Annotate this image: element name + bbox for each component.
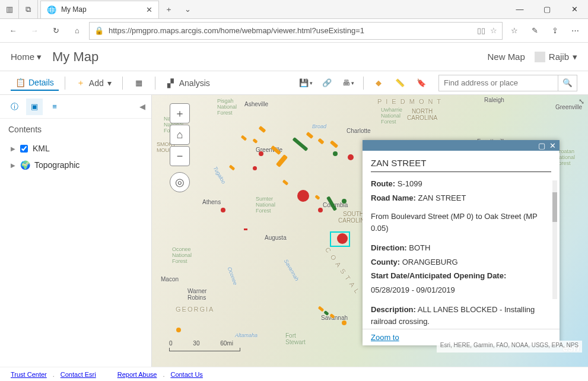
map-marker[interactable] — [253, 166, 257, 170]
new-map-link[interactable]: New Map — [487, 52, 525, 62]
map-marker[interactable] — [244, 228, 247, 230]
map-label-state: NORTH CAROLINA — [407, 108, 437, 121]
save-icon: 💾 — [299, 78, 309, 87]
collapse-sidebar-icon[interactable]: ◀ — [139, 102, 145, 111]
layers-icon: ▣ — [31, 102, 38, 111]
sidebar-tab-content[interactable]: ▣ — [26, 99, 43, 115]
nav-forward-button[interactable]: → — [25, 21, 44, 40]
popup-title: ZAN STREET — [371, 158, 551, 172]
url-box[interactable]: 🔒 ▯▯ ☆ — [89, 22, 503, 40]
favorites-hub-icon[interactable]: ☆ — [505, 21, 524, 40]
map-marker[interactable] — [348, 154, 354, 160]
popup-scrollbar[interactable] — [552, 180, 557, 299]
lock-icon: 🔒 — [94, 26, 104, 35]
chevron-down-icon: ▾ — [310, 80, 313, 86]
map-marker[interactable] — [176, 328, 181, 332]
save-button[interactable]: 💾▾ — [295, 75, 316, 91]
sidebar-tab-about[interactable]: ⓘ — [6, 99, 23, 115]
notes-icon[interactable]: ✎ — [525, 21, 544, 40]
map-marker[interactable] — [221, 208, 225, 212]
url-input[interactable] — [109, 26, 472, 35]
footer-report-abuse[interactable]: Report Abuse — [117, 371, 157, 378]
browser-tab[interactable]: 🌐 My Map ✕ — [40, 1, 159, 18]
more-icon[interactable]: ⋯ — [565, 21, 584, 40]
map-river-label: Broad — [312, 123, 326, 129]
close-window-button[interactable]: ✕ — [561, 0, 588, 19]
map-city-label: Athens — [202, 199, 221, 205]
zoom-out-button[interactable]: − — [170, 146, 190, 166]
new-tab-button[interactable]: ＋ — [159, 4, 178, 15]
sidebar-tab-legend[interactable]: ≡ — [46, 99, 63, 115]
popup-maximize-icon[interactable]: ▢ — [537, 141, 546, 150]
search-icon: 🔍 — [562, 78, 573, 87]
share-button[interactable]: 🔗 — [317, 75, 337, 91]
add-icon: ＋ — [76, 78, 85, 88]
measure-icon: 📏 — [395, 78, 405, 87]
sidebar-item-topographic[interactable]: ▶ 🌍 Topographic — [0, 157, 151, 173]
separator — [155, 77, 155, 90]
details-label: Details — [28, 78, 54, 87]
footer-contact-us[interactable]: Contact Us — [170, 371, 202, 378]
reading-view-icon[interactable]: ▯▯ — [477, 26, 485, 35]
footer-contact-esri[interactable]: Contact Esri — [61, 371, 96, 378]
sidebar-item-kml[interactable]: ▶ KML — [0, 140, 151, 157]
home-button[interactable]: ⌂ — [68, 21, 87, 40]
add-button[interactable]: ＋ Add ▾ — [71, 76, 116, 90]
selection-highlight — [330, 231, 350, 247]
header-home-link[interactable]: Home ▾ — [11, 52, 42, 62]
directions-button[interactable]: ◆ — [368, 75, 389, 91]
add-label: Add — [89, 78, 104, 88]
window-controls: — ▢ ✕ — [506, 0, 588, 19]
locate-button[interactable]: ◎ — [170, 172, 190, 192]
browser-address-bar: ← → ↻ ⌂ 🔒 ▯▯ ☆ ☆ ✎ ⇪ ⋯ — [0, 19, 588, 43]
minimize-button[interactable]: — — [506, 0, 533, 19]
zoom-in-button[interactable]: ＋ — [170, 103, 190, 123]
map-canvas[interactable]: ⤡ P I E D M O N T NORTH CAROLINA SOUTH C… — [152, 95, 588, 367]
map-marker[interactable] — [333, 151, 338, 156]
default-extent-button[interactable]: ⌂ — [170, 125, 190, 145]
map-marker[interactable] — [259, 151, 263, 156]
footer-trust-center[interactable]: Trust Center — [11, 371, 47, 378]
expand-triangle-icon[interactable]: ▶ — [11, 145, 15, 152]
share-icon[interactable]: ⇪ — [545, 21, 564, 40]
map-marker[interactable] — [342, 199, 347, 204]
refresh-button[interactable]: ↻ — [46, 21, 65, 40]
set-aside-tabs-icon[interactable]: ⧉ — [19, 0, 38, 19]
scrollbar-thumb[interactable] — [552, 192, 557, 222]
basemap-button[interactable]: ▦ — [129, 75, 149, 91]
page-title: My Map — [52, 49, 98, 65]
expand-triangle-icon[interactable]: ▶ — [11, 162, 15, 169]
user-name: Rajib — [549, 52, 569, 62]
zoom-to-link[interactable]: Zoom to — [371, 333, 399, 342]
nav-back-button[interactable]: ← — [4, 21, 23, 40]
layer-checkbox[interactable] — [20, 145, 28, 153]
app-header: Home ▾ My Map New Map Rajib ▾ — [0, 43, 588, 71]
measure-button[interactable]: 📏 — [390, 75, 410, 91]
analysis-button[interactable]: ▞ Analysis — [161, 76, 215, 90]
tab-close-icon[interactable]: ✕ — [146, 5, 152, 14]
map-marker[interactable] — [342, 320, 347, 325]
tab-details[interactable]: 📋 Details — [11, 75, 59, 91]
print-icon: 🖶 — [342, 78, 350, 87]
popup-field-direction: Direction: BOTH — [371, 242, 551, 254]
analysis-icon: ▞ — [166, 78, 176, 88]
popup-close-icon[interactable]: ✕ — [548, 141, 557, 150]
maximize-button[interactable]: ▢ — [533, 0, 561, 19]
recent-activity-icon[interactable]: ▥ — [0, 0, 19, 19]
user-menu[interactable]: Rajib ▾ — [535, 52, 577, 62]
favorite-star-icon[interactable]: ☆ — [490, 26, 497, 35]
tab-actions-chevron-icon[interactable]: ⌄ — [178, 5, 197, 14]
print-button[interactable]: 🖶▾ — [338, 75, 358, 91]
bookmarks-button[interactable]: 🔖 — [411, 75, 431, 91]
search-button[interactable]: 🔍 — [558, 75, 577, 91]
popup-field-roadname: Road Name: ZAN STREET — [371, 192, 551, 204]
avatar-icon — [535, 52, 545, 62]
map-marker[interactable] — [297, 190, 309, 202]
sidebar-tabs: ⓘ ▣ ≡ ◀ — [0, 95, 151, 119]
map-marker[interactable] — [318, 208, 323, 212]
separator — [363, 77, 364, 90]
map-city-label: Greenville — [555, 104, 582, 110]
search-input[interactable] — [439, 78, 558, 87]
layer-name: Topographic — [34, 160, 80, 170]
chevron-down-icon: ▾ — [37, 52, 42, 62]
